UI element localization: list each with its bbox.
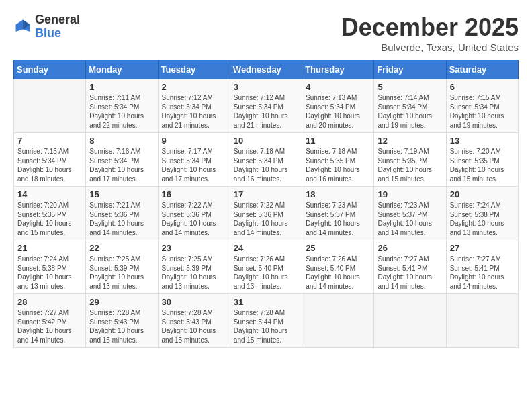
calendar-cell: 18Sunrise: 7:23 AM Sunset: 5:37 PM Dayli… [302, 187, 374, 240]
calendar-cell: 26Sunrise: 7:27 AM Sunset: 5:41 PM Dayli… [374, 240, 446, 294]
day-number: 31 [234, 297, 298, 307]
calendar-cell: 7Sunrise: 7:15 AM Sunset: 5:34 PM Daylig… [14, 133, 86, 187]
calendar-cell: 25Sunrise: 7:26 AM Sunset: 5:40 PM Dayli… [302, 240, 374, 294]
day-number: 26 [378, 243, 442, 253]
cell-info: Sunrise: 7:23 AM Sunset: 5:37 PM Dayligh… [306, 201, 370, 237]
cell-info: Sunrise: 7:27 AM Sunset: 5:42 PM Dayligh… [17, 308, 82, 345]
calendar-cell: 15Sunrise: 7:21 AM Sunset: 5:36 PM Dayli… [86, 187, 158, 240]
calendar-cell [374, 294, 446, 348]
day-number: 14 [17, 189, 82, 199]
calendar-cell: 16Sunrise: 7:22 AM Sunset: 5:36 PM Dayli… [158, 187, 230, 240]
logo-icon [13, 17, 32, 36]
calendar-cell: 30Sunrise: 7:28 AM Sunset: 5:43 PM Dayli… [158, 294, 230, 348]
logo-blue-text: Blue [35, 27, 80, 40]
calendar-cell: 6Sunrise: 7:15 AM Sunset: 5:34 PM Daylig… [446, 79, 518, 133]
cell-info: Sunrise: 7:12 AM Sunset: 5:34 PM Dayligh… [162, 93, 226, 130]
calendar-cell: 5Sunrise: 7:14 AM Sunset: 5:34 PM Daylig… [374, 79, 446, 133]
day-number: 5 [378, 82, 442, 92]
calendar-week-row: 7Sunrise: 7:15 AM Sunset: 5:34 PM Daylig… [14, 133, 519, 187]
cell-info: Sunrise: 7:20 AM Sunset: 5:35 PM Dayligh… [450, 147, 515, 183]
cell-info: Sunrise: 7:12 AM Sunset: 5:34 PM Dayligh… [234, 93, 298, 130]
day-number: 27 [450, 243, 515, 253]
cell-info: Sunrise: 7:11 AM Sunset: 5:34 PM Dayligh… [89, 93, 154, 130]
cell-info: Sunrise: 7:20 AM Sunset: 5:35 PM Dayligh… [17, 201, 82, 237]
calendar-weekday-header: Tuesday [158, 60, 230, 79]
day-number: 28 [17, 297, 82, 307]
cell-info: Sunrise: 7:15 AM Sunset: 5:34 PM Dayligh… [17, 147, 82, 183]
calendar-cell: 23Sunrise: 7:25 AM Sunset: 5:39 PM Dayli… [158, 240, 230, 294]
calendar-cell: 19Sunrise: 7:23 AM Sunset: 5:37 PM Dayli… [374, 187, 446, 240]
calendar-cell: 20Sunrise: 7:24 AM Sunset: 5:38 PM Dayli… [446, 187, 518, 240]
location: Bulverde, Texas, United States [341, 42, 519, 53]
calendar-cell [446, 294, 518, 348]
day-number: 23 [162, 243, 226, 253]
calendar-week-row: 14Sunrise: 7:20 AM Sunset: 5:35 PM Dayli… [14, 187, 519, 240]
day-number: 20 [450, 189, 515, 199]
day-number: 13 [450, 136, 515, 146]
cell-info: Sunrise: 7:28 AM Sunset: 5:43 PM Dayligh… [162, 308, 226, 345]
day-number: 18 [306, 189, 370, 199]
calendar-cell: 9Sunrise: 7:17 AM Sunset: 5:34 PM Daylig… [158, 133, 230, 187]
day-number: 30 [162, 297, 226, 307]
day-number: 16 [162, 189, 226, 199]
calendar-cell: 12Sunrise: 7:19 AM Sunset: 5:35 PM Dayli… [374, 133, 446, 187]
calendar-cell: 17Sunrise: 7:22 AM Sunset: 5:36 PM Dayli… [230, 187, 302, 240]
cell-info: Sunrise: 7:17 AM Sunset: 5:34 PM Dayligh… [162, 147, 226, 183]
day-number: 15 [89, 189, 154, 199]
cell-info: Sunrise: 7:25 AM Sunset: 5:39 PM Dayligh… [89, 255, 154, 291]
cell-info: Sunrise: 7:27 AM Sunset: 5:41 PM Dayligh… [378, 255, 442, 291]
day-number: 10 [234, 136, 298, 146]
calendar-cell: 3Sunrise: 7:12 AM Sunset: 5:34 PM Daylig… [230, 79, 302, 133]
day-number: 7 [17, 136, 82, 146]
day-number: 25 [306, 243, 370, 253]
cell-info: Sunrise: 7:18 AM Sunset: 5:35 PM Dayligh… [306, 147, 370, 183]
cell-info: Sunrise: 7:15 AM Sunset: 5:34 PM Dayligh… [450, 93, 515, 130]
day-number: 6 [450, 82, 515, 92]
calendar-cell: 14Sunrise: 7:20 AM Sunset: 5:35 PM Dayli… [14, 187, 86, 240]
cell-info: Sunrise: 7:24 AM Sunset: 5:38 PM Dayligh… [17, 255, 82, 291]
cell-info: Sunrise: 7:25 AM Sunset: 5:39 PM Dayligh… [162, 255, 226, 291]
calendar-cell: 1Sunrise: 7:11 AM Sunset: 5:34 PM Daylig… [86, 79, 158, 133]
month-title: December 2025 [341, 13, 519, 42]
cell-info: Sunrise: 7:16 AM Sunset: 5:34 PM Dayligh… [89, 147, 154, 183]
calendar-table: SundayMondayTuesdayWednesdayThursdayFrid… [13, 60, 519, 348]
day-number: 2 [162, 82, 226, 92]
cell-info: Sunrise: 7:28 AM Sunset: 5:43 PM Dayligh… [89, 308, 154, 345]
calendar-cell: 8Sunrise: 7:16 AM Sunset: 5:34 PM Daylig… [86, 133, 158, 187]
cell-info: Sunrise: 7:22 AM Sunset: 5:36 PM Dayligh… [234, 201, 298, 237]
calendar-week-row: 21Sunrise: 7:24 AM Sunset: 5:38 PM Dayli… [14, 240, 519, 294]
calendar-cell: 28Sunrise: 7:27 AM Sunset: 5:42 PM Dayli… [14, 294, 86, 348]
day-number: 9 [162, 136, 226, 146]
day-number: 24 [234, 243, 298, 253]
calendar-cell: 24Sunrise: 7:26 AM Sunset: 5:40 PM Dayli… [230, 240, 302, 294]
calendar-weekday-header: Friday [374, 60, 446, 79]
calendar-cell: 11Sunrise: 7:18 AM Sunset: 5:35 PM Dayli… [302, 133, 374, 187]
calendar-cell: 22Sunrise: 7:25 AM Sunset: 5:39 PM Dayli… [86, 240, 158, 294]
calendar-header-row: SundayMondayTuesdayWednesdayThursdayFrid… [14, 60, 519, 79]
calendar-weekday-header: Thursday [302, 60, 374, 79]
day-number: 12 [378, 136, 442, 146]
calendar-cell: 27Sunrise: 7:27 AM Sunset: 5:41 PM Dayli… [446, 240, 518, 294]
cell-info: Sunrise: 7:21 AM Sunset: 5:36 PM Dayligh… [89, 201, 154, 237]
calendar-cell: 21Sunrise: 7:24 AM Sunset: 5:38 PM Dayli… [14, 240, 86, 294]
cell-info: Sunrise: 7:22 AM Sunset: 5:36 PM Dayligh… [162, 201, 226, 237]
day-number: 19 [378, 189, 442, 199]
cell-info: Sunrise: 7:23 AM Sunset: 5:37 PM Dayligh… [378, 201, 442, 237]
cell-info: Sunrise: 7:13 AM Sunset: 5:34 PM Dayligh… [306, 93, 370, 130]
cell-info: Sunrise: 7:27 AM Sunset: 5:41 PM Dayligh… [450, 255, 515, 291]
day-number: 21 [17, 243, 82, 253]
day-number: 11 [306, 136, 370, 146]
cell-info: Sunrise: 7:18 AM Sunset: 5:34 PM Dayligh… [234, 147, 298, 183]
calendar-weekday-header: Saturday [446, 60, 518, 79]
day-number: 22 [89, 243, 154, 253]
day-number: 29 [89, 297, 154, 307]
calendar-weekday-header: Sunday [14, 60, 86, 79]
calendar-cell: 29Sunrise: 7:28 AM Sunset: 5:43 PM Dayli… [86, 294, 158, 348]
calendar-cell: 13Sunrise: 7:20 AM Sunset: 5:35 PM Dayli… [446, 133, 518, 187]
day-number: 17 [234, 189, 298, 199]
calendar-cell [302, 294, 374, 348]
cell-info: Sunrise: 7:14 AM Sunset: 5:34 PM Dayligh… [378, 93, 442, 130]
page-header: General Blue December 2025 Bulverde, Tex… [13, 13, 519, 53]
calendar-weekday-header: Wednesday [230, 60, 302, 79]
day-number: 3 [234, 82, 298, 92]
